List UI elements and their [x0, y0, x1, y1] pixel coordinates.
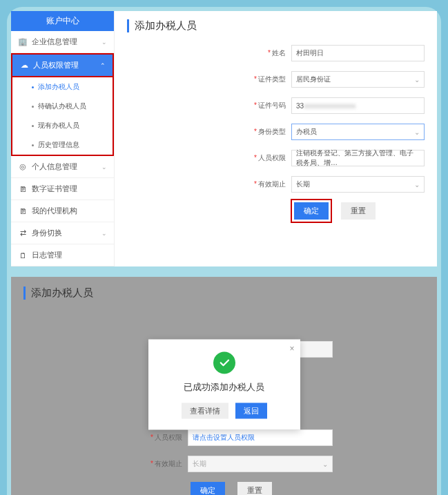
- swap-icon: ⇄: [18, 229, 28, 237]
- confirm-button[interactable]: 确定: [294, 202, 329, 220]
- chevron-down-icon: ⌄: [101, 39, 107, 46]
- building-icon: 🏢: [18, 37, 28, 46]
- expire-select[interactable]: 长期: [291, 176, 425, 193]
- page-title: 添加办税人员: [23, 287, 425, 300]
- view-detail-button[interactable]: 查看详情: [182, 403, 228, 419]
- add-staff-form: *姓名 *证件类型 居民身份证 *证件号码 33xxxxxxxxxxxxxxx …: [127, 45, 425, 220]
- reset-button[interactable]: 重置: [341, 202, 376, 220]
- sidebar-item-label: 我的代理机构: [32, 206, 107, 216]
- sidebar-item-label: 数字证书管理: [32, 184, 107, 194]
- user-icon: ◎: [18, 162, 28, 171]
- sidebar-item-logs[interactable]: 🗒 日志管理: [11, 244, 114, 266]
- sub-item-add-staff[interactable]: 添加办税人员: [12, 77, 113, 97]
- chevron-down-icon: ⌄: [101, 230, 107, 237]
- sub-item-history[interactable]: 历史管理信息: [12, 135, 113, 155]
- main-content: 添加办税人员 *姓名 *证件类型 居民身份证 *证件号码 33xxxxxxxxx…: [115, 11, 437, 266]
- sub-item-label: 历史管理信息: [38, 141, 79, 148]
- back-button[interactable]: 返回: [235, 403, 267, 419]
- sidebar-item-label: 个人信息管理: [32, 162, 101, 172]
- success-check-icon: [213, 352, 235, 374]
- log-icon: 🗒: [18, 251, 28, 260]
- sidebar-item-label: 企业信息管理: [32, 37, 101, 47]
- dialog-message: 已成功添加办税人员: [155, 381, 293, 394]
- sidebar-item-personal[interactable]: ◎ 个人信息管理 ⌄: [11, 156, 114, 178]
- sidebar-item-cert[interactable]: 🖹 数字证书管理: [11, 178, 114, 200]
- document-icon: 🖹: [18, 207, 28, 215]
- sidebar-title: 账户中心: [11, 11, 114, 31]
- idtype-label: 证件类型: [258, 75, 286, 83]
- sidebar-submenu: 添加办税人员 待确认办税人员 现有办税人员 历史管理信息: [11, 77, 114, 156]
- sub-item-label: 待确认办税人员: [38, 102, 86, 110]
- success-dialog: × 已成功添加办税人员 查看详情 返回: [148, 340, 300, 430]
- cloud-icon: ☁: [19, 61, 29, 70]
- name-label: 姓名: [272, 49, 286, 57]
- main-window: 账户中心 🏢 企业信息管理 ⌄ ☁ 人员权限管理 ⌃ 添加办税人员 待确认办税人…: [11, 11, 437, 266]
- sidebar-item-enterprise[interactable]: 🏢 企业信息管理 ⌄: [11, 31, 114, 53]
- expire-label: 有效期止: [258, 180, 286, 188]
- sub-item-label: 添加办税人员: [38, 83, 79, 90]
- sub-item-label: 现有办税人员: [38, 122, 79, 129]
- result-window: 添加办税人员 *姓名 请输入姓名 *人员权限 请点击设置人员权限 *有效期止 长…: [11, 277, 437, 495]
- close-icon[interactable]: ×: [289, 344, 294, 353]
- sidebar: 账户中心 🏢 企业信息管理 ⌄ ☁ 人员权限管理 ⌃ 添加办税人员 待确认办税人…: [11, 11, 115, 266]
- sidebar-item-switch[interactable]: ⇄ 身份切换 ⌄: [11, 222, 114, 244]
- idno-input[interactable]: 33xxxxxxxxxxxxxxx: [291, 97, 425, 114]
- idno-label: 证件号码: [258, 101, 286, 109]
- sidebar-item-label: 日志管理: [32, 250, 107, 260]
- perm-label: 人员权限: [155, 434, 182, 441]
- chevron-down-icon: ⌄: [101, 164, 107, 171]
- sub-item-pending-staff[interactable]: 待确认办税人员: [12, 97, 113, 116]
- expire-label: 有效期止: [155, 460, 182, 467]
- perm-input-disabled: 请点击设置人员权限: [188, 429, 333, 446]
- idtype-select[interactable]: 居民身份证: [291, 71, 425, 88]
- reset-button[interactable]: 重置: [237, 482, 272, 495]
- role-label: 身份类型: [258, 128, 286, 135]
- chevron-up-icon: ⌃: [100, 62, 106, 69]
- expire-select-disabled: 长期: [188, 456, 333, 472]
- perm-label: 人员权限: [258, 154, 286, 162]
- name-input[interactable]: [291, 45, 425, 61]
- page-title: 添加办税人员: [127, 19, 425, 32]
- sidebar-item-permissions[interactable]: ☁ 人员权限管理 ⌃: [11, 53, 114, 77]
- sidebar-item-label: 人员权限管理: [33, 60, 100, 70]
- perm-input[interactable]: 注销税务登记、第三方接入管理、电子税务局、增…: [291, 150, 425, 166]
- sub-item-existing-staff[interactable]: 现有办税人员: [12, 116, 113, 135]
- role-select[interactable]: 办税员: [291, 124, 425, 140]
- sidebar-item-label: 身份切换: [32, 228, 101, 238]
- document-icon: 🖹: [18, 185, 28, 193]
- sidebar-item-agency[interactable]: 🖹 我的代理机构: [11, 200, 114, 222]
- confirm-button[interactable]: 确定: [191, 482, 225, 495]
